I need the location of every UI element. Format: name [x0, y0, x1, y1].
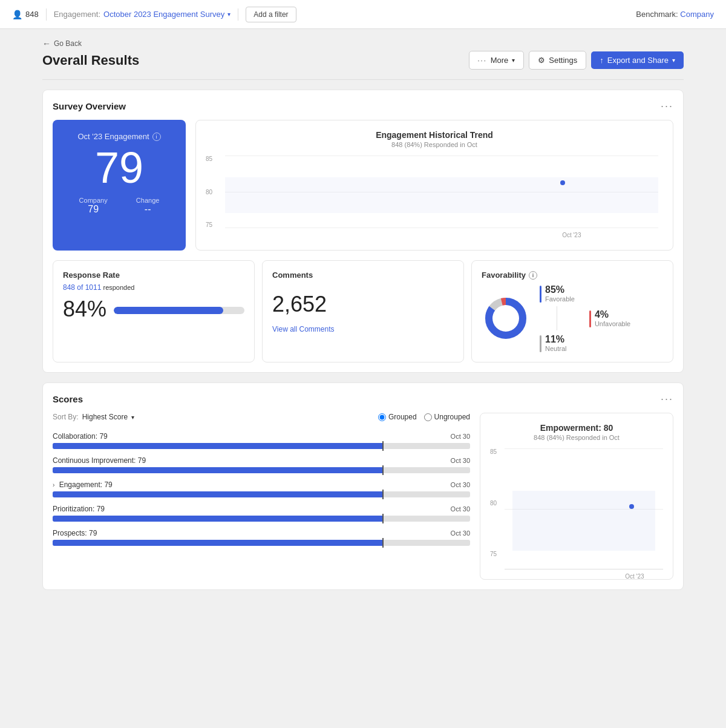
ungrouped-radio[interactable] — [424, 413, 432, 421]
y-label-85: 85 — [206, 156, 223, 162]
sort-by: Sort By: Highest Score ▾ — [53, 413, 134, 421]
user-count-value: 848 — [25, 10, 39, 19]
scores-more-icon[interactable]: ··· — [661, 393, 673, 405]
settings-label: Settings — [549, 56, 577, 65]
response-rate-value: 84% — [63, 297, 106, 322]
company-score: Company 79 — [79, 197, 108, 215]
fav-divider — [557, 306, 557, 330]
score-items-list: Collaboration: 79 Oct 30 — [53, 428, 470, 546]
favorable-item: 85% Favorable — [540, 284, 575, 303]
stats-row: Response Rate 848 of 1011 responded 84% … — [53, 260, 673, 362]
progress-bar-fill — [114, 307, 223, 314]
responded-text: 848 of 1011 responded — [63, 283, 244, 292]
ungrouped-option[interactable]: Ungrouped — [424, 413, 470, 421]
responded-link[interactable]: 848 of 1011 — [63, 283, 101, 292]
change-score: Change -- — [136, 197, 160, 215]
engagement-filter[interactable]: Engagement: October 2023 Engagement Surv… — [54, 10, 231, 19]
score-item-engagement: › Engagement: 79 Oct 30 — [53, 477, 470, 497]
expand-engagement-icon[interactable]: › — [53, 482, 54, 488]
y-axis: 85 80 75 — [206, 156, 223, 228]
historical-trend-card: Engagement Historical Trend 848 (84%) Re… — [195, 120, 673, 251]
score-row-ci: Continuous Improvement: 79 Oct 30 — [53, 453, 470, 467]
score-bar-prospects — [53, 540, 470, 546]
sort-by-dropdown[interactable]: Highest Score — [82, 413, 128, 421]
scores-title: Scores — [53, 394, 83, 404]
grid-line-bot — [225, 228, 658, 228]
header-divider — [42, 79, 684, 80]
view-comments-link[interactable]: View all Comments — [272, 325, 334, 333]
favorability-info-icon[interactable]: i — [529, 271, 537, 280]
y-label-80: 80 — [206, 189, 223, 195]
go-back-link[interactable]: ← Go Back — [42, 39, 684, 48]
benchmark-label: Benchmark: Company — [636, 10, 714, 19]
back-arrow-icon: ← — [42, 39, 51, 48]
scores-grid: Sort By: Highest Score ▾ Grouped Ungroup… — [53, 413, 673, 580]
score-card-title: Oct '23 Engagement i — [65, 132, 174, 141]
export-label: Export and Share — [607, 56, 669, 65]
scores-right-panel: Empowerment: 80 848 (84%) Responded in O… — [480, 413, 673, 580]
favorability-legend: 85% Favorable 11% Neutral — [540, 284, 575, 352]
score-item-continuous-improvement: Continuous Improvement: 79 Oct 30 — [53, 453, 470, 473]
favorability-inner: 85% Favorable 11% Neutral — [482, 284, 663, 352]
benchmark-link[interactable]: Company — [680, 10, 714, 19]
info-icon[interactable]: i — [152, 133, 161, 141]
trend-title: Engagement Historical Trend — [206, 130, 663, 140]
comments-title: Comments — [272, 271, 454, 280]
mini-chart-plot: Oct '23 — [505, 448, 663, 569]
score-row-prioritization: Prioritization: 79 Oct 30 — [53, 501, 470, 516]
chart-plot: Oct '23 — [225, 156, 658, 228]
response-rate-title: Response Rate — [63, 271, 244, 280]
survey-overview-section: Survey Overview ··· Oct '23 Engagement i… — [42, 90, 684, 373]
user-count: 👤 848 — [12, 10, 39, 19]
score-row-prospects: Prospects: 79 Oct 30 — [53, 525, 470, 540]
grouped-radio[interactable] — [378, 413, 386, 421]
more-button[interactable]: ··· More ▾ — [469, 51, 525, 70]
score-bar-ci — [53, 467, 470, 473]
score-card-bottom: Company 79 Change -- — [65, 197, 174, 215]
gear-icon: ⚙ — [538, 56, 545, 65]
favorability-card: Favorability i — [471, 260, 673, 362]
score-item-collaboration: Collaboration: 79 Oct 30 — [53, 428, 470, 449]
trend-subtitle: 848 (84%) Responded in Oct — [206, 141, 663, 148]
mini-chart-x-label: Oct '23 — [625, 573, 644, 580]
score-row-engagement: › Engagement: 79 Oct 30 — [53, 477, 470, 491]
grid-line-top — [225, 156, 658, 156]
unfavorable-item: 4% Unfavorable — [589, 309, 630, 327]
trend-chart: 85 80 75 Oct '23 — [206, 156, 663, 240]
donut-chart — [482, 294, 530, 343]
empowerment-chart: 85 80 75 Oct '23 — [490, 448, 663, 569]
favorable-bar — [540, 286, 541, 303]
group-controls: Grouped Ungrouped — [378, 413, 470, 421]
mini-chart-band — [512, 491, 655, 551]
add-filter-button[interactable]: Add a filter — [246, 7, 296, 22]
survey-overview-header: Survey Overview ··· — [53, 100, 673, 113]
progress-bar — [114, 307, 244, 314]
neutral-item: 11% Neutral — [540, 334, 575, 352]
survey-overview-grid: Oct '23 Engagement i 79 Company 79 Chang… — [53, 120, 673, 251]
survey-overview-title: Survey Overview — [53, 101, 126, 111]
neutral-text: 11% Neutral — [545, 334, 566, 352]
engagement-filter-value: October 2023 Engagement Survey — [103, 10, 224, 19]
export-share-button[interactable]: ↑ Export and Share ▾ — [591, 51, 684, 69]
chevron-down-icon: ▾ — [227, 11, 231, 18]
grouped-option[interactable]: Grouped — [378, 413, 417, 421]
main-container: ← Go Back Overall Results ··· More ▾ ⚙ S… — [30, 29, 696, 600]
engagement-filter-label: Engagement: — [54, 10, 100, 19]
chart-data-point — [560, 180, 565, 185]
divider2 — [238, 8, 238, 21]
response-rate-card: Response Rate 848 of 1011 responded 84% — [53, 260, 255, 362]
engagement-score-card: Oct '23 Engagement i 79 Company 79 Chang… — [53, 120, 186, 251]
chevron-export-icon: ▾ — [672, 57, 675, 64]
section-more-icon[interactable]: ··· — [661, 100, 673, 113]
score-item-prioritization: Prioritization: 79 Oct 30 — [53, 501, 470, 522]
empowerment-subtitle: 848 (84%) Responded in Oct — [490, 434, 663, 441]
favorable-text: 85% Favorable — [545, 284, 575, 303]
page-title: Overall Results — [42, 53, 139, 68]
mini-chart-point — [629, 504, 634, 509]
scores-section: Scores ··· Sort By: Highest Score ▾ Grou… — [42, 382, 684, 590]
scores-section-header: Scores ··· — [53, 393, 673, 405]
top-bar-left: 👤 848 Engagement: October 2023 Engagemen… — [12, 7, 629, 22]
response-row: 84% — [63, 297, 244, 324]
settings-button[interactable]: ⚙ Settings — [529, 51, 586, 70]
top-bar: 👤 848 Engagement: October 2023 Engagemen… — [0, 0, 726, 29]
